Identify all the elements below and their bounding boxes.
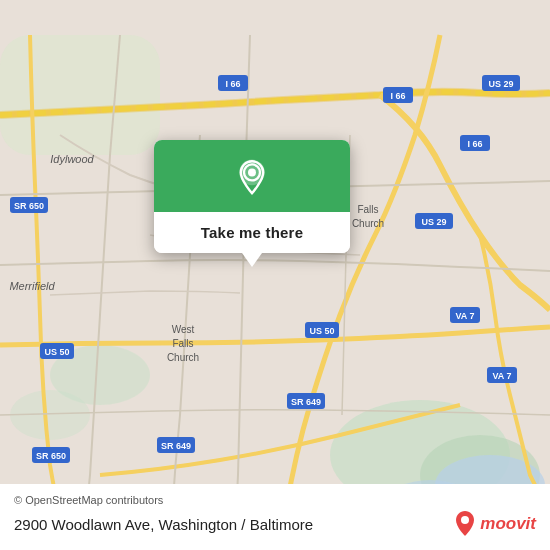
svg-text:Church: Church [167, 352, 199, 363]
svg-point-4 [10, 390, 90, 440]
svg-text:SR 650: SR 650 [14, 201, 44, 211]
moovit-pin-icon [454, 510, 476, 538]
svg-text:West: West [172, 324, 195, 335]
moovit-wordmark: moovit [480, 514, 536, 534]
svg-rect-12 [460, 135, 490, 151]
svg-point-3 [50, 345, 150, 405]
map-background: I 66 I 66 I 66 US 29 US 29 SR 650 SR 650… [0, 0, 550, 550]
svg-text:VA 7: VA 7 [455, 311, 474, 321]
location-pin-icon [232, 158, 272, 198]
map-container: I 66 I 66 I 66 US 29 US 29 SR 650 SR 650… [0, 0, 550, 550]
popup-header [154, 140, 350, 212]
svg-text:US 29: US 29 [488, 79, 513, 89]
svg-rect-28 [287, 393, 325, 409]
svg-rect-30 [450, 307, 480, 323]
address-text: 2900 Woodlawn Ave, Washington / Baltimor… [14, 516, 313, 533]
svg-rect-32 [487, 367, 517, 383]
svg-rect-5 [0, 35, 160, 155]
svg-rect-16 [415, 213, 453, 229]
svg-text:Idylwood: Idylwood [50, 153, 94, 165]
svg-text:SR 649: SR 649 [291, 397, 321, 407]
svg-point-44 [248, 168, 256, 176]
svg-text:I 66: I 66 [467, 139, 482, 149]
take-me-there-button[interactable]: Take me there [154, 212, 350, 253]
popup-card: Take me there [154, 140, 350, 253]
svg-text:US 50: US 50 [309, 326, 334, 336]
svg-text:SR 650: SR 650 [36, 451, 66, 461]
svg-rect-26 [157, 437, 195, 453]
svg-rect-24 [305, 322, 339, 338]
svg-text:VA 7: VA 7 [492, 371, 511, 381]
svg-text:SR 649: SR 649 [161, 441, 191, 451]
svg-rect-22 [40, 343, 74, 359]
svg-text:Falls: Falls [357, 204, 378, 215]
svg-text:I 66: I 66 [225, 79, 240, 89]
map-attribution: © OpenStreetMap contributors [14, 494, 536, 506]
moovit-logo: moovit [454, 510, 536, 538]
svg-text:Church: Church [352, 218, 384, 229]
address-row: 2900 Woodlawn Ave, Washington / Baltimor… [14, 510, 536, 538]
svg-text:US 29: US 29 [421, 217, 446, 227]
svg-rect-8 [218, 75, 248, 91]
svg-rect-18 [10, 197, 48, 213]
svg-point-45 [461, 516, 469, 524]
svg-text:Merrifield: Merrifield [9, 280, 55, 292]
svg-text:I 66: I 66 [390, 91, 405, 101]
svg-rect-20 [32, 447, 70, 463]
svg-rect-10 [383, 87, 413, 103]
svg-text:Falls: Falls [172, 338, 193, 349]
bottom-info-bar: © OpenStreetMap contributors 2900 Woodla… [0, 484, 550, 550]
svg-rect-0 [0, 35, 550, 515]
svg-rect-14 [482, 75, 520, 91]
svg-text:US 50: US 50 [44, 347, 69, 357]
